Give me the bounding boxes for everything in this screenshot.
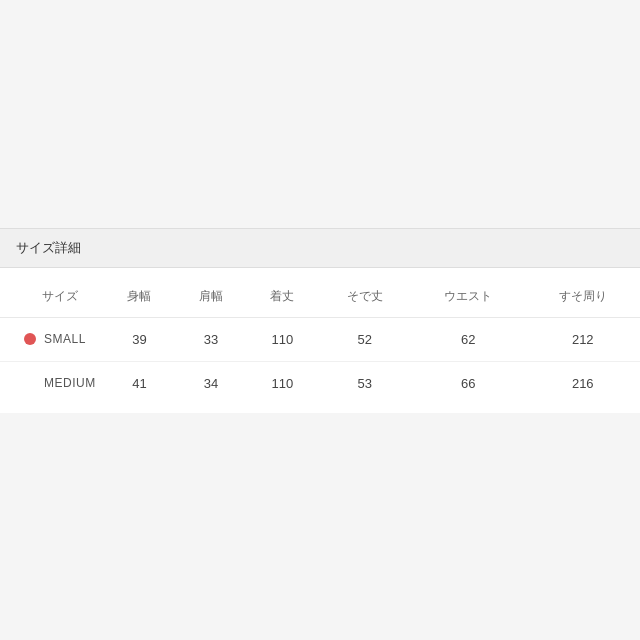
col-header-sodedake: そで丈 [318, 276, 411, 318]
size-cell-small: SMALL [0, 317, 104, 361]
selected-indicator [24, 333, 36, 345]
size-label-medium: MEDIUM [44, 376, 96, 390]
cell-mibaba-medium: 41 [104, 361, 176, 405]
cell-waist-medium: 66 [411, 361, 525, 405]
page-wrapper: サイズ詳細 サイズ 身幅 肩幅 着丈 そで丈 ウエスト すそ周り [0, 0, 640, 640]
col-header-katahaba: 肩幅 [175, 276, 247, 318]
section-title: サイズ詳細 [16, 240, 81, 255]
col-header-waist: ウエスト [411, 276, 525, 318]
cell-kitage-small: 110 [247, 317, 319, 361]
section-header: サイズ詳細 [0, 228, 640, 268]
cell-katahaba-small: 33 [175, 317, 247, 361]
cell-hem-medium: 216 [526, 361, 640, 405]
col-header-kitage: 着丈 [247, 276, 319, 318]
cell-sodedake-medium: 53 [318, 361, 411, 405]
cell-hem-small: 212 [526, 317, 640, 361]
unselected-placeholder [24, 377, 36, 389]
col-header-size: サイズ [0, 276, 104, 318]
table-container: サイズ 身幅 肩幅 着丈 そで丈 ウエスト すそ周り SMALL [0, 268, 640, 413]
cell-sodedake-small: 52 [318, 317, 411, 361]
bottom-spacer [0, 413, 640, 641]
cell-kitage-medium: 110 [247, 361, 319, 405]
col-header-mibaba: 身幅 [104, 276, 176, 318]
table-row: SMALL 39 33 110 52 62 212 [0, 317, 640, 361]
size-label-small: SMALL [44, 332, 86, 346]
col-header-hem: すそ周り [526, 276, 640, 318]
cell-katahaba-medium: 34 [175, 361, 247, 405]
cell-waist-small: 62 [411, 317, 525, 361]
top-spacer [0, 0, 640, 228]
size-cell-medium: MEDIUM [0, 361, 104, 405]
table-header-row: サイズ 身幅 肩幅 着丈 そで丈 ウエスト すそ周り [0, 276, 640, 318]
table-row: MEDIUM 41 34 110 53 66 216 [0, 361, 640, 405]
cell-mibaba-small: 39 [104, 317, 176, 361]
size-table: サイズ 身幅 肩幅 着丈 そで丈 ウエスト すそ周り SMALL [0, 276, 640, 405]
